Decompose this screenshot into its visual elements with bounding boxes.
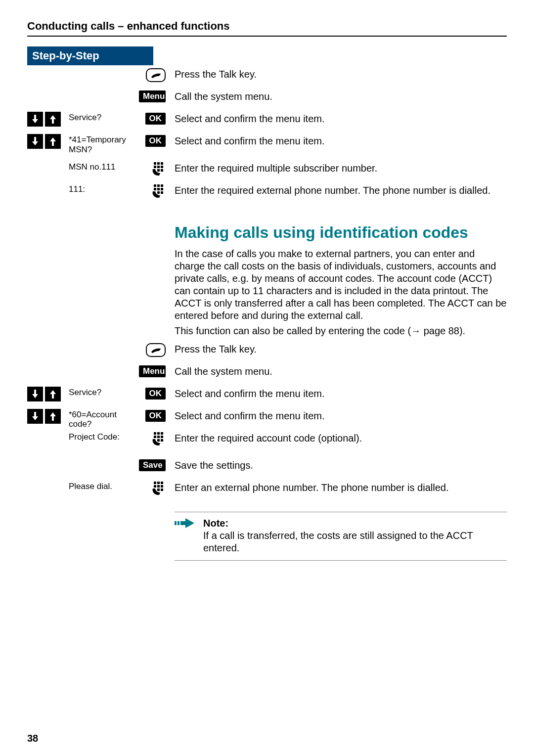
ok-button: OK	[145, 113, 166, 125]
instruction-text: Enter the required account code (optiona…	[166, 429, 507, 445]
svg-rect-19	[157, 432, 160, 435]
instruction-text: Select and confirm the menu item.	[166, 385, 507, 400]
section-heading: Making calls using identification codes	[175, 209, 507, 248]
display-text: *60=Account code?	[67, 409, 138, 429]
instruction-text: Enter an external phone number. The phon…	[166, 479, 507, 494]
svg-rect-1	[154, 162, 156, 165]
svg-rect-25	[161, 439, 163, 442]
chapter-title: Conducting calls – enhanced functions	[27, 20, 507, 37]
down-arrow-icon	[27, 387, 43, 401]
instruction-text: Press the Talk key.	[166, 65, 507, 81]
svg-rect-32	[157, 489, 160, 491]
section-temporary-msn: Press the Talk key. Menu Call the system…	[27, 65, 507, 209]
ok-button: OK	[145, 135, 166, 147]
svg-rect-24	[157, 439, 160, 442]
section-account-code: Press the Talk key. Menu Call the system…	[27, 340, 507, 561]
note-box: Note: If a call is transferred, the cost…	[175, 512, 507, 561]
svg-rect-16	[161, 191, 163, 194]
menu-button: Menu	[139, 365, 166, 377]
instruction-text: Select and confirm the menu item.	[166, 407, 507, 422]
keypad-icon	[151, 482, 166, 498]
svg-rect-26	[154, 482, 156, 484]
instruction-text: Enter the required external phone number…	[166, 181, 507, 197]
instruction-text: Call the system menu.	[166, 362, 507, 378]
svg-rect-8	[161, 169, 163, 172]
note-text: If a call is transferred, the costs are …	[203, 530, 473, 553]
svg-rect-31	[161, 485, 163, 488]
note-arrow-icon	[175, 517, 195, 532]
svg-rect-20	[161, 432, 163, 435]
instruction-text: Select and confirm the menu item.	[166, 110, 507, 125]
display-text: 111:	[67, 183, 138, 194]
up-arrow-icon	[45, 134, 61, 149]
ok-button: OK	[145, 388, 166, 400]
svg-rect-34	[175, 521, 177, 525]
svg-rect-30	[157, 485, 160, 488]
menu-button: Menu	[139, 90, 166, 102]
svg-rect-15	[157, 191, 160, 194]
keypad-icon	[151, 162, 166, 179]
paragraph: In the case of calls you make to externa…	[175, 248, 507, 322]
note-label: Note:	[203, 518, 228, 529]
up-arrow-icon	[45, 112, 61, 127]
save-button: Save	[139, 459, 166, 471]
svg-rect-22	[157, 436, 160, 438]
display-text: MSN no.111	[67, 161, 138, 172]
down-arrow-icon	[27, 112, 43, 127]
svg-rect-23	[161, 436, 163, 438]
svg-rect-21	[154, 436, 156, 438]
svg-rect-36	[180, 521, 185, 525]
display-text: Service?	[67, 112, 138, 123]
svg-rect-6	[161, 166, 163, 168]
instruction-text: Select and confirm the menu item.	[166, 132, 507, 147]
down-arrow-icon	[27, 409, 43, 424]
svg-rect-11	[161, 184, 163, 187]
svg-rect-29	[154, 485, 156, 488]
svg-rect-18	[154, 432, 156, 435]
svg-rect-4	[154, 166, 156, 168]
down-arrow-icon	[27, 134, 43, 149]
svg-rect-10	[157, 184, 160, 187]
talk-key-icon	[146, 68, 166, 84]
svg-rect-33	[161, 489, 163, 491]
keypad-icon	[151, 432, 166, 449]
instruction-text: Save the settings.	[166, 456, 507, 472]
display-text: Please dial.	[67, 481, 138, 491]
talk-key-icon	[146, 343, 166, 359]
svg-rect-27	[157, 482, 160, 484]
svg-rect-35	[178, 521, 179, 525]
display-text: Service?	[67, 387, 138, 398]
svg-rect-2	[157, 162, 160, 165]
svg-rect-7	[157, 169, 160, 172]
keypad-icon	[151, 184, 166, 201]
up-arrow-icon	[45, 387, 61, 401]
svg-rect-9	[154, 184, 156, 187]
svg-rect-5	[157, 166, 160, 168]
instruction-text: Press the Talk key.	[166, 340, 507, 356]
svg-rect-13	[157, 188, 160, 190]
svg-rect-14	[161, 188, 163, 190]
up-arrow-icon	[45, 409, 61, 424]
svg-rect-3	[161, 162, 163, 165]
svg-rect-28	[161, 482, 163, 484]
page-number: 38	[27, 733, 38, 744]
cross-reference[interactable]: → page 88	[411, 325, 459, 336]
display-text: Project Code:	[67, 431, 138, 442]
paragraph: This function can also be called by ente…	[175, 325, 507, 337]
display-text: *41=Temporary MSN?	[67, 134, 138, 154]
ok-button: OK	[145, 410, 166, 422]
instruction-text: Enter the required multiple subscriber n…	[166, 159, 507, 175]
svg-rect-12	[154, 188, 156, 190]
step-by-step-header: Step-by-Step	[27, 46, 153, 65]
instruction-text: Call the system menu.	[166, 88, 507, 103]
